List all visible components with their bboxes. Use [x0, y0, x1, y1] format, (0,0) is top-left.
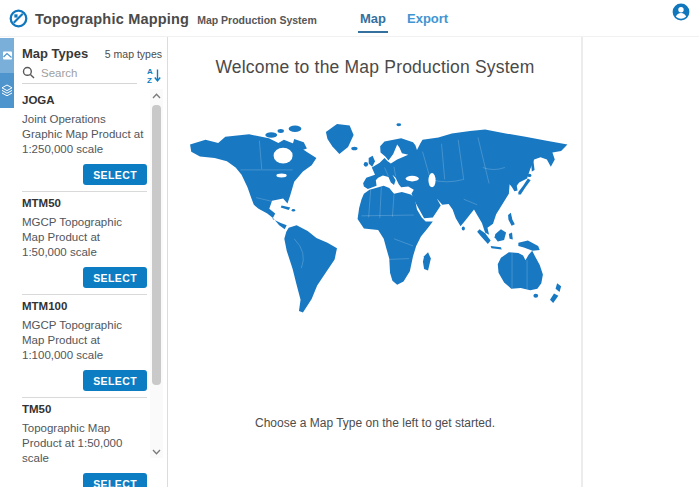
panel-header: Map Types 5 map types: [14, 37, 167, 63]
map-type-description: MGCP Topographic Map Product at 1:50,000…: [22, 215, 147, 260]
welcome-panel: Welcome to the Map Production System: [169, 37, 583, 487]
top-tab-bar: Map Export: [360, 0, 448, 37]
instruction-text: Choose a Map Type on the left to get sta…: [169, 416, 581, 430]
search-box: [22, 66, 137, 84]
main-area: Welcome to the Map Production System: [169, 37, 699, 487]
chevron-down-icon[interactable]: [150, 445, 163, 458]
map-type-description: Topographic Map Product at 1:50,000 scal…: [22, 421, 147, 466]
map-types-sidebar: Map Types 5 map types A Z: [0, 37, 168, 487]
map-type-name: JOGA: [22, 93, 147, 107]
list-item-mtm50: MTM50 MGCP Topographic Map Product at 1:…: [22, 192, 147, 295]
tab-export[interactable]: Export: [407, 0, 448, 37]
scrollbar-thumb[interactable]: [152, 105, 161, 385]
sort-az-icon[interactable]: A Z: [145, 66, 162, 84]
map-type-count: 5 map types: [105, 48, 162, 60]
select-button-joga[interactable]: SELECT: [83, 164, 147, 185]
globe-logo-icon: [9, 9, 28, 28]
svg-text:Z: Z: [147, 76, 152, 84]
select-button-mtm100[interactable]: SELECT: [83, 370, 147, 391]
layers-tool-icon[interactable]: [0, 73, 14, 108]
list-item-tm50: TM50 Topographic Map Product at 1:50,000…: [22, 398, 147, 487]
world-map: [177, 120, 573, 320]
svg-text:A: A: [147, 67, 153, 76]
panel-title: Map Types: [22, 46, 88, 61]
search-input[interactable]: [41, 67, 131, 79]
search-icon: [22, 66, 35, 79]
welcome-title: Welcome to the Map Production System: [169, 57, 581, 78]
select-button-tm50[interactable]: SELECT: [83, 473, 147, 487]
map-type-description: Joint Operations Graphic Map Product at …: [22, 112, 147, 157]
map-type-list: JOGA Joint Operations Graphic Map Produc…: [22, 89, 147, 487]
app-title: Topographic Mapping: [35, 11, 189, 27]
account-icon[interactable]: [672, 3, 690, 21]
map-type-description: MGCP Topographic Map Product at 1:100,00…: [22, 318, 147, 363]
app-header: Topographic Mapping Map Production Syste…: [0, 0, 699, 37]
sidebar-scrollbar[interactable]: [150, 89, 163, 458]
action-bar: [0, 38, 14, 108]
list-item-joga: JOGA Joint Operations Graphic Map Produc…: [22, 89, 147, 192]
app-window: Topographic Mapping Map Production Syste…: [0, 0, 699, 487]
map-type-name: MTM100: [22, 299, 147, 313]
chevron-up-icon[interactable]: [150, 89, 163, 102]
search-row: A Z: [22, 66, 162, 84]
tab-map[interactable]: Map: [360, 0, 386, 37]
select-button-mtm50[interactable]: SELECT: [83, 267, 147, 288]
list-item-mtm100: MTM100 MGCP Topographic Map Product at 1…: [22, 295, 147, 398]
map-type-name: TM50: [22, 402, 147, 416]
brand: Topographic Mapping Map Production Syste…: [9, 0, 317, 37]
app-subtitle: Map Production System: [197, 14, 317, 26]
map-types-panel: Map Types 5 map types A Z: [14, 37, 167, 487]
map-type-name: MTM50: [22, 196, 147, 210]
map-types-tool-icon[interactable]: [0, 38, 14, 73]
